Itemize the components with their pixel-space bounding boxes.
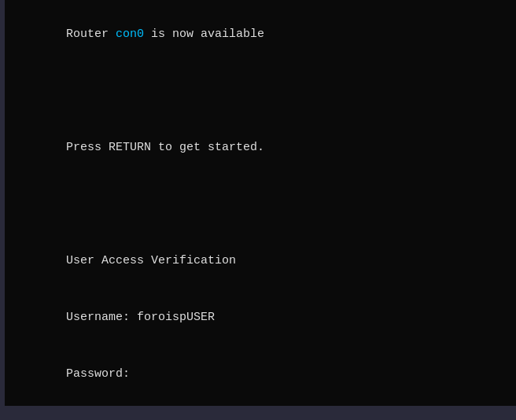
text-username: Username: foroispUSER [66, 311, 215, 324]
bottom-status-bar [0, 406, 516, 420]
terminal-window: Router con0 is now available Press RETUR… [0, 0, 516, 420]
terminal-line-press: Press RETURN to get started. [24, 120, 510, 176]
empty-line-6 [24, 214, 510, 233]
text-router: Router [66, 28, 116, 41]
text-password: Password: [66, 367, 130, 381]
empty-line-3 [24, 101, 510, 120]
empty-line-2 [24, 82, 510, 101]
terminal-line-username: Username: foroispUSER [24, 289, 510, 346]
text-con0: con0 [116, 28, 144, 41]
text-user-access: User Access Verification [66, 254, 236, 267]
text-available: is now available [144, 28, 264, 41]
text-press-return: Press RETURN to get started. [66, 141, 264, 154]
terminal-line-password: Password: [24, 346, 510, 403]
left-border [0, 0, 5, 420]
empty-line-4 [24, 176, 510, 195]
terminal-content[interactable]: Router con0 is now available Press RETUR… [8, 0, 516, 420]
empty-line-5 [24, 195, 510, 214]
terminal-line-1: Router con0 is now available [24, 6, 510, 63]
terminal-line-uav: User Access Verification [24, 233, 510, 289]
empty-line-1 [24, 63, 510, 82]
